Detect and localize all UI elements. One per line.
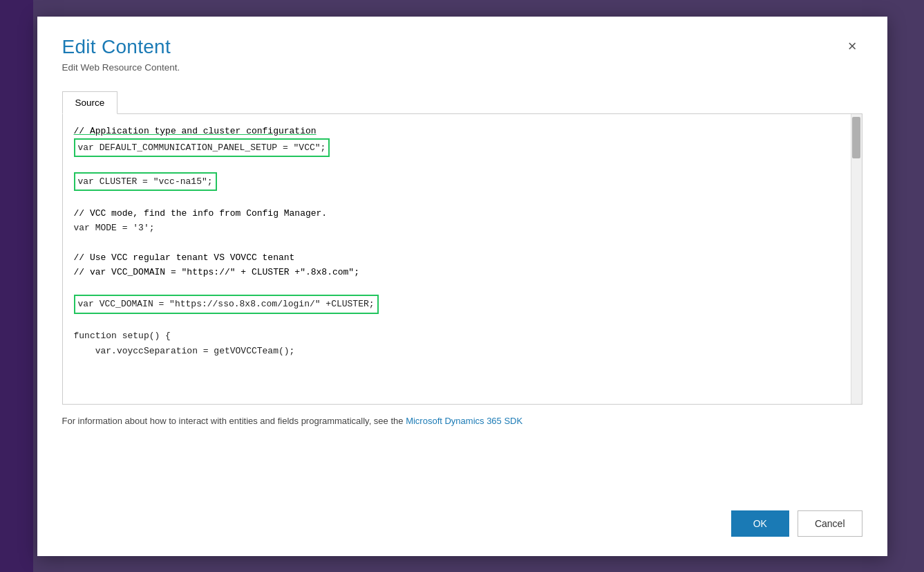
highlight-box-1: var DEFAULT_COMMUNICATION_PANEL_SETUP = … xyxy=(74,138,330,157)
code-line-blank5 xyxy=(74,314,851,329)
dialog-title-block: Edit Content Edit Web Resource Content. xyxy=(62,36,180,73)
code-line-14: function setup() { xyxy=(74,329,851,343)
scrollbar-thumb[interactable] xyxy=(852,117,860,158)
dialog-subtitle: Edit Web Resource Content. xyxy=(62,62,180,73)
close-button[interactable]: × xyxy=(842,36,862,57)
dialog-footer: OK Cancel xyxy=(37,499,887,556)
code-line-1: // Application type and cluster configur… xyxy=(74,124,851,138)
code-line-9: // Use VCC regular tenant VS VOVCC tenan… xyxy=(74,250,851,265)
code-editor[interactable]: // Application type and cluster configur… xyxy=(63,114,862,377)
code-line-6: // VCC mode, find the info from Config M… xyxy=(74,206,851,221)
scrollbar-track[interactable] xyxy=(851,114,862,404)
code-line-2: var DEFAULT_COMMUNICATION_PANEL_SETUP = … xyxy=(74,138,851,157)
code-line-10: // var VCC_DOMAIN = "https://" + CLUSTER… xyxy=(74,265,851,279)
info-text-before: For information about how to interact wi… xyxy=(62,416,406,426)
code-line-blank1 xyxy=(74,157,851,172)
cancel-button[interactable]: Cancel xyxy=(798,510,862,537)
highlight-box-3: var VCC_DOMAIN = "https://sso.8x8.com/lo… xyxy=(74,295,379,313)
code-line-blank4 xyxy=(74,280,851,295)
tabs-bar: Source xyxy=(62,91,862,114)
tab-source[interactable]: Source xyxy=(62,91,118,114)
highlight-box-2: var CLUSTER = "vcc-na15"; xyxy=(74,172,217,191)
code-line-7: var MODE = '3'; xyxy=(74,221,851,235)
info-text: For information about how to interact wi… xyxy=(62,414,862,428)
edit-content-dialog: Edit Content Edit Web Resource Content. … xyxy=(37,17,887,556)
dialog-header: Edit Content Edit Web Resource Content. … xyxy=(37,17,887,78)
sdk-link[interactable]: Microsoft Dynamics 365 SDK xyxy=(406,416,522,426)
sidebar-left xyxy=(0,0,33,572)
ok-button[interactable]: OK xyxy=(731,510,789,537)
code-line-blank2 xyxy=(74,191,851,205)
code-area-wrapper: // Application type and cluster configur… xyxy=(62,114,862,405)
code-line-blank3 xyxy=(74,236,851,250)
code-line-15: var.voyccSeparation = getVOVCCTeam(); xyxy=(74,344,851,358)
code-line-4: var CLUSTER = "vcc-na15"; xyxy=(74,172,851,191)
code-line-12: var VCC_DOMAIN = "https://sso.8x8.com/lo… xyxy=(74,295,851,313)
dialog-title: Edit Content xyxy=(62,36,180,58)
dialog-body: Source // Application type and cluster c… xyxy=(37,78,887,499)
